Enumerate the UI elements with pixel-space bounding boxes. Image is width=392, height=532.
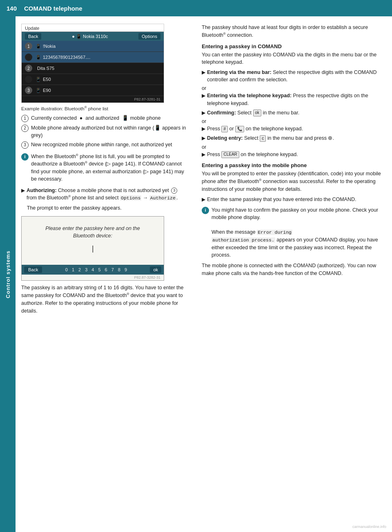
numpad-4[interactable]: 4 — [90, 267, 95, 273]
sidebar-label: Control systems — [0, 16, 16, 532]
bullet-text: Enter the same passkey that you have ent… — [207, 196, 356, 203]
circle-number: 3 — [21, 141, 29, 149]
numpad-9[interactable]: 9 — [123, 267, 128, 273]
sidebar-label-text: Control systems — [5, 250, 11, 298]
list-item[interactable]: 📱 E50 — [22, 74, 164, 85]
bullet-press-hash: ▶ Press # or 📞 on the telephone keypad. — [202, 125, 385, 132]
page-number: 140 — [7, 5, 17, 12]
numpad-7[interactable]: 7 — [110, 267, 115, 273]
passkey-dialog-body: Please enter the passkey here and on the… — [22, 217, 164, 265]
info-block-2: i You might have to confirm the passkey … — [202, 206, 385, 259]
list-item[interactable]: 📱 12345678901234567.... — [22, 52, 164, 63]
list-item-text: New recognized mobile phone within range… — [31, 141, 172, 148]
arrow-icon: ▶ — [202, 135, 205, 142]
page-title: COMAND telephone — [24, 5, 82, 12]
list-items: 1 Currently connected ● and authorized 📱… — [21, 114, 189, 149]
phone-name: Dita S75 — [37, 66, 54, 71]
bullet-text: Press CLEAR on the telephone keypad. — [207, 151, 298, 158]
list-item-text: Mobile phone already authorized but not … — [31, 124, 189, 139]
main-content: Update Back ● 📱 Nokia 3110c Options 1 📱 … — [16, 16, 392, 324]
bullet-text: Entering via the telephone keypad: Press… — [207, 92, 385, 107]
phone-name: E90 — [43, 88, 51, 93]
passkey-dialog-ref: P82.87-3282-31 — [22, 275, 164, 280]
bullet-text: Entering via the menu bar: Select the re… — [207, 69, 385, 83]
section1-body: You can enter the passkey into COMAND vi… — [202, 51, 385, 67]
list-item[interactable]: 2 Dita S75 — [22, 63, 164, 74]
passkey-line1: Please enter the passkey here and on the — [45, 226, 140, 231]
left-column: Update Back ● 📱 Nokia 3110c Options 1 📱 … — [16, 24, 195, 317]
numpad-5[interactable]: 5 — [97, 267, 102, 273]
row-number — [25, 76, 32, 83]
header-bar: 140 COMAND telephone — [0, 0, 392, 16]
row-number: 2 — [25, 65, 32, 72]
phone-icon: 📱 — [36, 77, 41, 82]
phone-list-rows: 1 📱 !Nokia 📱 12345678901234567.... 2 Dit… — [22, 41, 164, 96]
authorizing-text: Authorizing: Choose a mobile phone that … — [27, 187, 189, 202]
row-number — [25, 54, 32, 61]
bullet-text: Confirming: Select ok in the menu bar. — [207, 109, 299, 116]
phone-list-caption: Example illustration: Bluetooth® phone l… — [21, 105, 189, 111]
bullet-deleting: ▶ Deleting entry: Select c in the menu b… — [202, 134, 385, 142]
passkey-dialog-footer: Back 0 1 2 3 4 5 6 7 8 9 ok — [22, 265, 164, 275]
section2-heading: Entering a passkey into the mobile phone — [202, 162, 385, 168]
phone-list-image: Update Back ● 📱 Nokia 3110c Options 1 📱 … — [21, 24, 164, 103]
list-item[interactable]: 1 📱 !Nokia — [22, 41, 164, 52]
phone-icon: 📱 — [36, 44, 41, 49]
passkey-numpad: 0 1 2 3 4 5 6 7 8 9 — [64, 267, 128, 273]
passkey-ok-button[interactable]: ok — [150, 266, 161, 273]
list-item-text: Currently connected ● and authorized 📱 m… — [31, 114, 160, 122]
passkey-cursor: | — [34, 243, 151, 254]
numpad-0[interactable]: 0 — [64, 267, 69, 273]
back-button[interactable]: Back — [25, 33, 41, 40]
or-text-3: or — [202, 144, 385, 150]
phone-icon: 📱 — [36, 88, 41, 93]
passkey-line2: Bluetooth device: — [73, 233, 112, 239]
numpad-6[interactable]: 6 — [104, 267, 109, 273]
numpad-2[interactable]: 2 — [77, 267, 82, 273]
list-item[interactable]: 3 📱 E90 — [22, 85, 164, 96]
phone-list-title: ● 📱 Nokia 3110c — [72, 34, 108, 39]
list-item-row: 1 Currently connected ● and authorized 📱… — [21, 114, 189, 122]
watermark: carmanualonline.info — [352, 525, 386, 529]
phone-name: E50 — [43, 77, 51, 82]
bullet-text: Deleting entry: Select c in the menu bar… — [207, 134, 334, 142]
info-text-2: You might have to confirm the passkey on… — [212, 206, 385, 259]
passkey-back-button[interactable]: Back — [24, 266, 42, 273]
list-item-row: 2 Mobile phone already authorized but no… — [21, 124, 189, 139]
passkey-dialog: Please enter the passkey here and on the… — [21, 216, 164, 281]
or-text-2: or — [202, 118, 385, 124]
section2-body1: You will be prompted to enter the passke… — [202, 170, 385, 193]
phone-name: !Nokia — [43, 44, 56, 49]
phone-list-header: Update — [22, 24, 164, 32]
arrow-icon: ▶ — [202, 196, 205, 203]
list-item-row: 3 New recognized mobile phone within ran… — [21, 141, 189, 149]
row-number: 3 — [25, 87, 32, 94]
arrow-icon: ▶ — [21, 187, 25, 194]
phone-list-footer: P82.87-3281-31 — [22, 96, 164, 103]
or-text-1: or — [202, 85, 385, 91]
phone-list-topbar: Back ● 📱 Nokia 3110c Options — [22, 32, 164, 41]
update-label: Update — [25, 26, 39, 31]
info-icon: i — [21, 153, 29, 161]
right-column: The passkey should have at least four di… — [195, 24, 392, 317]
arrow-icon: ▶ — [202, 151, 205, 158]
info-icon: i — [202, 207, 209, 214]
bullet-enter-same-passkey: ▶ Enter the same passkey that you have e… — [202, 196, 385, 203]
authorizing-block: ▶ Authorizing: Choose a mobile phone tha… — [21, 187, 189, 202]
bullet-press-clear: ▶ Press CLEAR on the telephone keypad. — [202, 151, 385, 158]
bullet-confirming: ▶ Confirming: Select ok in the menu bar. — [202, 109, 385, 116]
phone-list-ref: P82.87-3281-31 — [134, 97, 160, 101]
numpad-8[interactable]: 8 — [117, 267, 122, 273]
bullet-menu-bar: ▶ Entering via the menu bar: Select the … — [202, 69, 385, 83]
circle-number: 1 — [21, 115, 29, 122]
arrow-icon: ▶ — [202, 125, 205, 132]
numpad-3[interactable]: 3 — [84, 267, 89, 273]
section3-body: The mobile phone is connected with the C… — [202, 262, 385, 277]
numpad-1[interactable]: 1 — [71, 267, 76, 273]
arrow-icon: ▶ — [202, 92, 205, 99]
options-button[interactable]: Options — [138, 33, 160, 40]
intro-text: The passkey should have at least four di… — [202, 24, 385, 39]
bullet-text: Press # or 📞 on the telephone keypad. — [207, 125, 303, 132]
phone-icon: 📱 — [36, 55, 41, 60]
arbitrary-text: The passkey is an arbitrary string of 1 … — [21, 284, 189, 315]
